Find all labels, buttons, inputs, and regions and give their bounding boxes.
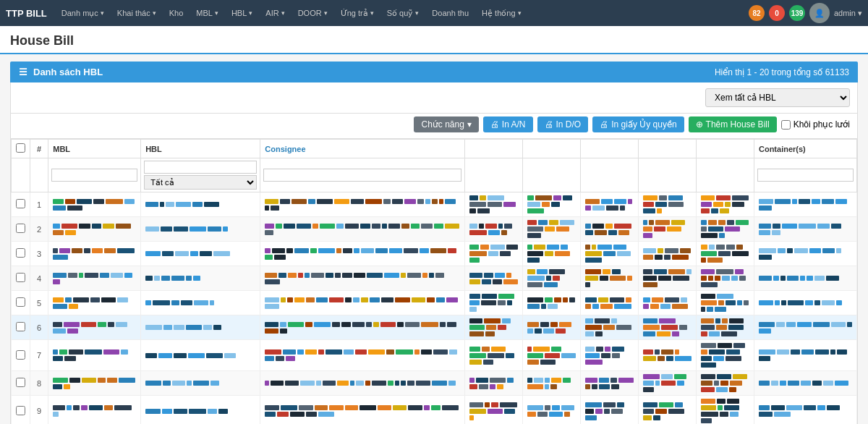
- row-col6[interactable]: [522, 266, 580, 291]
- row-col7[interactable]: [580, 315, 638, 340]
- avatar[interactable]: 👤: [809, 3, 830, 23]
- badge-red[interactable]: 0: [769, 5, 785, 21]
- row-col9[interactable]: [696, 396, 754, 425]
- row-col5[interactable]: [464, 315, 522, 340]
- row-mbl[interactable]: [48, 266, 141, 291]
- table-row[interactable]: 4: [12, 266, 857, 291]
- badge-orange[interactable]: 82: [749, 5, 765, 21]
- row-hbl[interactable]: [141, 396, 260, 425]
- row-consignee[interactable]: [260, 371, 465, 396]
- row-checkbox[interactable]: [16, 297, 25, 307]
- row-col5[interactable]: [464, 192, 522, 217]
- filter-consignee-input[interactable]: [263, 169, 461, 182]
- filter-mbl-input[interactable]: [51, 169, 137, 182]
- row-col9[interactable]: [696, 266, 754, 291]
- row-containers[interactable]: [754, 371, 856, 396]
- nav-doanh-thu[interactable]: Doanh thu: [426, 6, 475, 20]
- row-containers[interactable]: [754, 396, 856, 425]
- row-col5[interactable]: [464, 340, 522, 371]
- row-consignee[interactable]: [260, 266, 465, 291]
- nav-so-quy[interactable]: Số quỹ▾: [381, 6, 425, 21]
- row-col6[interactable]: [522, 242, 580, 266]
- row-col6[interactable]: [522, 217, 580, 242]
- row-checkbox-cell[interactable]: [12, 266, 30, 291]
- row-mbl[interactable]: [48, 242, 141, 266]
- row-col5[interactable]: [464, 371, 522, 396]
- row-consignee[interactable]: [260, 340, 465, 371]
- row-col5[interactable]: [464, 217, 522, 242]
- row-col7[interactable]: [580, 396, 638, 425]
- row-col8[interactable]: [638, 291, 696, 315]
- row-col8[interactable]: [638, 340, 696, 371]
- row-col8[interactable]: [638, 396, 696, 425]
- row-col6[interactable]: [522, 315, 580, 340]
- row-checkbox[interactable]: [16, 406, 25, 415]
- in-do-button[interactable]: 🖨 In D/O: [537, 116, 589, 132]
- nav-ung-tra[interactable]: Ứng trả▾: [335, 6, 380, 21]
- row-col9[interactable]: [696, 371, 754, 396]
- row-col9[interactable]: [696, 340, 754, 371]
- row-col7[interactable]: [580, 371, 638, 396]
- brand[interactable]: TTP BILL: [6, 8, 47, 19]
- row-checkbox-cell[interactable]: [12, 217, 30, 242]
- row-consignee[interactable]: [260, 396, 465, 425]
- row-checkbox-cell[interactable]: [12, 340, 30, 371]
- row-col6[interactable]: [522, 291, 580, 315]
- khoi-phuc-label[interactable]: Khôi phục lưới: [781, 119, 850, 130]
- row-col7[interactable]: [580, 291, 638, 315]
- row-checkbox-cell[interactable]: [12, 371, 30, 396]
- row-checkbox-cell[interactable]: [12, 291, 30, 315]
- row-checkbox[interactable]: [16, 322, 25, 331]
- nav-danh-muc[interactable]: Danh mục▾: [56, 6, 110, 21]
- nav-he-thong[interactable]: Hệ thống▾: [476, 6, 527, 21]
- filter-containers-input[interactable]: [757, 169, 854, 182]
- row-col8[interactable]: [638, 242, 696, 266]
- row-consignee[interactable]: [260, 192, 465, 217]
- row-consignee[interactable]: [260, 242, 465, 266]
- select-all-checkbox[interactable]: [16, 143, 25, 153]
- nav-hbl[interactable]: HBL▾: [226, 6, 258, 20]
- row-consignee[interactable]: [260, 315, 465, 340]
- filter-hbl-input[interactable]: [144, 161, 257, 174]
- table-row[interactable]: 3: [12, 242, 857, 266]
- table-row[interactable]: 5: [12, 291, 857, 315]
- row-col7[interactable]: [580, 266, 638, 291]
- col-select-all[interactable]: [12, 140, 30, 158]
- row-col9[interactable]: [696, 315, 754, 340]
- row-consignee[interactable]: [260, 291, 465, 315]
- nav-khai-thac[interactable]: Khai thác▾: [111, 6, 162, 20]
- row-checkbox[interactable]: [16, 378, 25, 387]
- row-hbl[interactable]: [141, 242, 260, 266]
- row-col7[interactable]: [580, 217, 638, 242]
- table-row[interactable]: 6: [12, 315, 857, 340]
- row-mbl[interactable]: [48, 371, 141, 396]
- nav-mbl[interactable]: MBL▾: [190, 6, 224, 20]
- row-col8[interactable]: [638, 217, 696, 242]
- row-hbl[interactable]: [141, 266, 260, 291]
- row-col6[interactable]: [522, 371, 580, 396]
- in-giay-button[interactable]: 🖨 In giấy Ủy quyền: [592, 116, 684, 132]
- row-col5[interactable]: [464, 291, 522, 315]
- row-checkbox-cell[interactable]: [12, 242, 30, 266]
- row-containers[interactable]: [754, 242, 856, 266]
- in-an-button[interactable]: 🖨 In A/N: [483, 116, 533, 132]
- row-hbl[interactable]: [141, 217, 260, 242]
- nav-kho[interactable]: Kho: [163, 6, 190, 20]
- row-col8[interactable]: [638, 192, 696, 217]
- row-col7[interactable]: [580, 192, 638, 217]
- row-col5[interactable]: [464, 396, 522, 425]
- row-mbl[interactable]: [48, 340, 141, 371]
- them-house-bill-button[interactable]: ⊕ Thêm House Bill: [689, 116, 777, 132]
- filter-hbl-select[interactable]: Tất cả: [144, 175, 257, 190]
- nav-air[interactable]: AIR▾: [260, 6, 290, 20]
- row-checkbox[interactable]: [16, 350, 25, 360]
- row-col8[interactable]: [638, 371, 696, 396]
- table-row[interactable]: 9: [12, 396, 857, 425]
- row-consignee[interactable]: [260, 217, 465, 242]
- row-col7[interactable]: [580, 340, 638, 371]
- row-col8[interactable]: [638, 266, 696, 291]
- row-checkbox[interactable]: [16, 273, 25, 282]
- nav-door[interactable]: DOOR▾: [292, 6, 333, 20]
- row-col6[interactable]: [522, 192, 580, 217]
- row-mbl[interactable]: [48, 396, 141, 425]
